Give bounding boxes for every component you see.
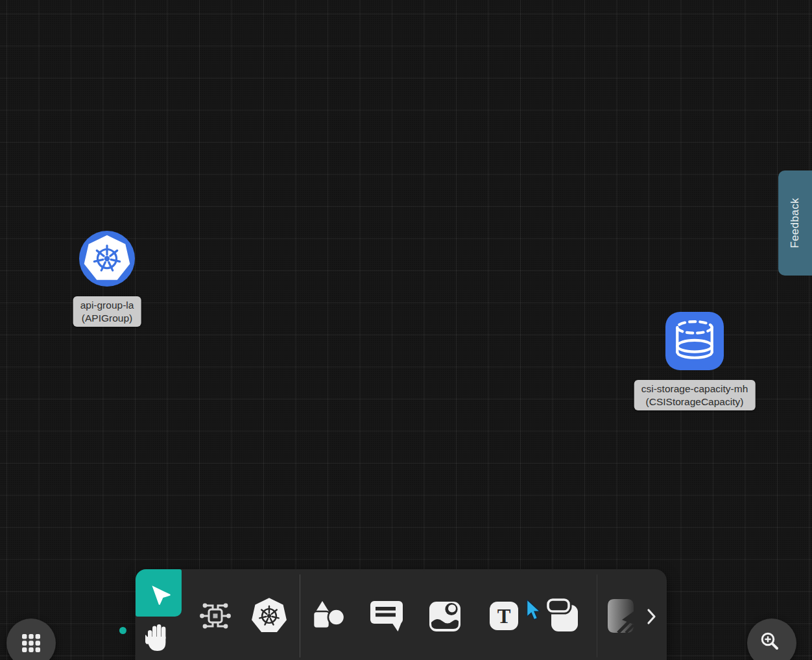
node-kind: (CSIStorageCapacity) (641, 395, 748, 408)
image-tool-button[interactable] (429, 601, 461, 632)
comment-tool-button[interactable] (369, 599, 404, 633)
shapes-tool-button[interactable] (311, 600, 348, 631)
active-tool-indicator-dot (119, 627, 126, 634)
clipped-tool-button[interactable] (606, 598, 635, 633)
svg-text:T: T (497, 605, 511, 628)
comment-icon (369, 599, 404, 633)
node-kind: (APIGroup) (80, 312, 134, 325)
shapes-icon (311, 600, 348, 631)
cursor-arrow-icon (147, 581, 171, 606)
storage-cylinder-icon (665, 312, 724, 370)
feedback-tab-label: Feedback (789, 198, 802, 248)
kubernetes-tool-button[interactable] (250, 597, 288, 635)
diagram-canvas[interactable]: api-group-la (APIGroup) csi-storage-capa… (0, 0, 812, 660)
node-name: csi-storage-capacity-mh (641, 383, 748, 395)
image-icon (429, 601, 461, 632)
node-label: csi-storage-capacity-mh (CSIStorageCapac… (634, 380, 756, 410)
circuit-chip-icon (197, 598, 233, 634)
kubernetes-icon (79, 231, 135, 287)
components-tool-button[interactable] (197, 598, 233, 634)
pan-tool-button[interactable] (143, 622, 173, 655)
toolbar-divider (597, 574, 597, 657)
bottom-toolbar: T (136, 569, 667, 660)
kubernetes-wheel-icon (250, 597, 288, 635)
node-name: api-group-la (80, 299, 134, 312)
card-tool-button[interactable] (545, 596, 580, 634)
feedback-tab[interactable]: Feedback (778, 171, 812, 276)
text-tool-button[interactable]: T (489, 601, 519, 631)
node-csi-storage-capacity[interactable] (665, 312, 724, 370)
clipped-tool-icon (606, 598, 635, 633)
hand-icon (145, 624, 171, 654)
select-tool-button[interactable] (136, 569, 182, 617)
toolbar-divider (300, 574, 300, 657)
apps-grid-icon (21, 633, 41, 653)
chevron-right-icon (646, 608, 658, 625)
card-icon (545, 596, 580, 634)
text-icon: T (489, 601, 519, 631)
node-label: api-group-la (APIGroup) (73, 296, 141, 327)
node-api-group[interactable] (79, 231, 135, 287)
zoom-in-icon (759, 630, 781, 652)
more-tools-button[interactable] (643, 607, 661, 626)
